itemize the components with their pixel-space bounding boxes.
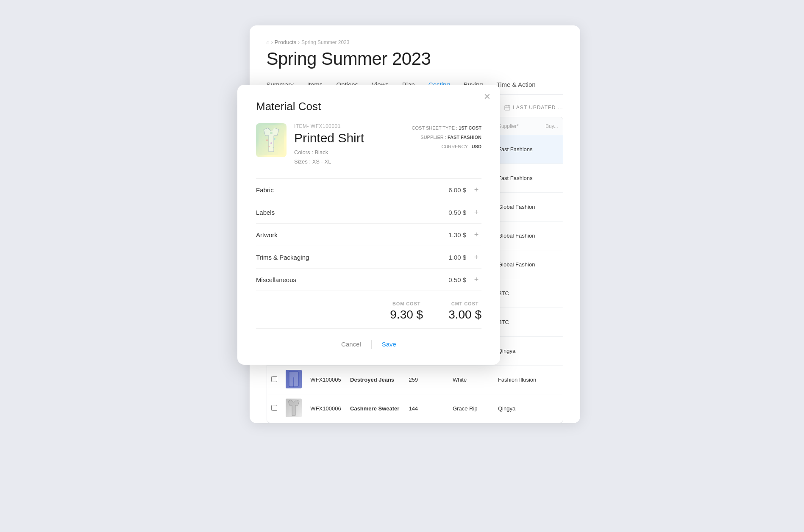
row-supplier: Global Fashion: [494, 250, 541, 279]
row-article-code: WFX100005: [306, 366, 346, 394]
svg-point-39: [269, 146, 270, 147]
colors-label: Colors :: [294, 149, 313, 155]
table-row[interactable]: WFX100006 Cashmere Sweater 144 Grace Rip…: [267, 394, 563, 423]
row-supplier: BTC: [494, 279, 541, 308]
cost-lines: Fabric 6.00 $ + Labels 0.50 $ + Artwork …: [256, 178, 481, 291]
cmt-cost-summary: CMT COST 3.00 $: [448, 301, 481, 321]
breadcrumb-products[interactable]: Products: [275, 39, 296, 45]
product-thumbnail: [256, 123, 287, 157]
table-row[interactable]: WFX100005 Destroyed Jeans 259 White Fash…: [267, 366, 563, 394]
add-cost-button-trims[interactable]: +: [471, 252, 481, 262]
cost-line-labels: Labels 0.50 $ +: [256, 201, 481, 224]
row-colorway-name: Grace Rip: [448, 394, 494, 423]
product-header: ITEM- WFX100001 Printed Shirt Colors : B…: [256, 123, 481, 166]
row-buying: [541, 366, 563, 394]
sizes-label: Sizes :: [294, 158, 311, 165]
breadcrumb: ⌂ › Products › Spring Summer 2023: [267, 39, 563, 45]
cost-line-trims: Trims & Packaging 1.00 $ +: [256, 246, 481, 269]
material-cost-modal: ✕ Material Cost: [237, 85, 500, 365]
add-cost-button-misc[interactable]: +: [471, 274, 481, 285]
svg-point-36: [266, 139, 268, 141]
row-supplier: Qingya: [494, 337, 541, 366]
row-buying: [541, 337, 563, 366]
breadcrumb-section: Spring Summer 2023: [301, 39, 349, 45]
row-buying: [541, 279, 563, 308]
product-info: ITEM- WFX100001 Printed Shirt Colors : B…: [294, 123, 404, 166]
supplier-label: SUPPLIER :: [420, 135, 446, 140]
row-supplier: Fast Fashions: [494, 164, 541, 193]
page-title: Spring Summer 2023: [267, 49, 563, 69]
row-supplier: Global Fashion: [494, 193, 541, 222]
cost-line-right-fabric: 6.00 $ +: [441, 185, 481, 195]
add-cost-button-artwork[interactable]: +: [471, 230, 481, 240]
row-image: [281, 394, 306, 423]
modal-title: Material Cost: [256, 100, 481, 113]
col-buying: Buy...: [541, 117, 563, 135]
cost-line-label-artwork: Artwork: [256, 231, 278, 238]
cost-line-label-labels: Labels: [256, 209, 275, 216]
row-article-name: Destroyed Jeans: [346, 366, 404, 394]
colors-value: Black: [314, 149, 328, 155]
row-supplier: Global Fashion: [494, 222, 541, 250]
sizes-value: XS - XL: [312, 158, 331, 165]
col-supplier: Supplier*: [494, 117, 541, 135]
row-colorway-code: 259: [404, 366, 448, 394]
cost-sheet-type-value: 1ST COST: [459, 125, 481, 130]
row-buying: [541, 164, 563, 193]
home-icon[interactable]: ⌂: [267, 39, 270, 45]
product-meta: Colors : Black Sizes : XS - XL: [294, 148, 404, 166]
row-supplier: Fashion Illusion: [494, 366, 541, 394]
breadcrumb-separator2: ›: [298, 39, 300, 45]
row-supplier: BTC: [494, 308, 541, 337]
row-buying: [541, 222, 563, 250]
cost-value-trims: 1.00 $: [441, 254, 466, 261]
save-button[interactable]: Save: [372, 337, 406, 351]
modal-overlay: ✕ Material Cost: [237, 85, 500, 365]
product-item-code: ITEM- WFX100001: [294, 123, 404, 129]
row-checkbox-cell[interactable]: [267, 366, 281, 394]
row-supplier: Fast Fashions: [494, 135, 541, 164]
cmt-cost-label: CMT COST: [448, 301, 481, 306]
svg-point-35: [270, 132, 273, 134]
last-updated-button[interactable]: LAST UPDATED ...: [504, 105, 563, 111]
last-updated-label: LAST UPDATED ...: [513, 105, 563, 111]
row-colorway-name: White: [448, 366, 494, 394]
cost-line-label-fabric: Fabric: [256, 186, 274, 194]
row-buying: [541, 193, 563, 222]
add-cost-button-fabric[interactable]: +: [471, 185, 481, 195]
product-details-right: COST SHEET TYPE : 1ST COST SUPPLIER : FA…: [412, 123, 481, 151]
cost-value-labels: 0.50 $: [441, 209, 466, 216]
cost-line-label-trims: Trims & Packaging: [256, 254, 309, 261]
product-name: Printed Shirt: [294, 131, 404, 145]
cost-line-misc: Miscellaneous 0.50 $ +: [256, 269, 481, 291]
tab-time-action[interactable]: Time & Action: [497, 81, 536, 95]
row-article-name: Cashmere Sweater: [346, 394, 404, 423]
row-supplier: Qingya: [494, 394, 541, 423]
bom-cost-value: 9.30 $: [390, 308, 423, 321]
row-checkbox-cell[interactable]: [267, 394, 281, 423]
breadcrumb-separator: ›: [271, 39, 273, 45]
cost-line-right-artwork: 1.30 $ +: [441, 230, 481, 240]
supplier-value: FAST FASHION: [448, 135, 481, 140]
currency-label: CURRENCY :: [441, 144, 470, 149]
svg-point-37: [270, 142, 272, 144]
cost-value-fabric: 6.00 $: [441, 186, 466, 194]
add-cost-button-labels[interactable]: +: [471, 207, 481, 217]
modal-close-button[interactable]: ✕: [484, 92, 491, 101]
cancel-button[interactable]: Cancel: [331, 337, 371, 351]
svg-point-38: [274, 138, 275, 140]
bom-cost-label: BOM COST: [390, 301, 423, 306]
row-buying: [541, 250, 563, 279]
row-buying: [541, 308, 563, 337]
svg-rect-2: [505, 105, 510, 110]
cost-sheet-type-label: COST SHEET TYPE :: [412, 125, 458, 130]
cost-line-label-misc: Miscellaneous: [256, 276, 296, 283]
modal-actions: Cancel Save: [256, 328, 481, 351]
cost-line-artwork: Artwork 1.30 $ +: [256, 224, 481, 246]
cost-line-right-misc: 0.50 $ +: [441, 274, 481, 285]
cost-line-fabric: Fabric 6.00 $ +: [256, 179, 481, 201]
cmt-cost-value: 3.00 $: [448, 308, 481, 321]
cost-footer: BOM COST 9.30 $ CMT COST 3.00 $: [256, 291, 481, 325]
cost-value-misc: 0.50 $: [441, 276, 466, 283]
cost-line-right-labels: 0.50 $ +: [441, 207, 481, 217]
